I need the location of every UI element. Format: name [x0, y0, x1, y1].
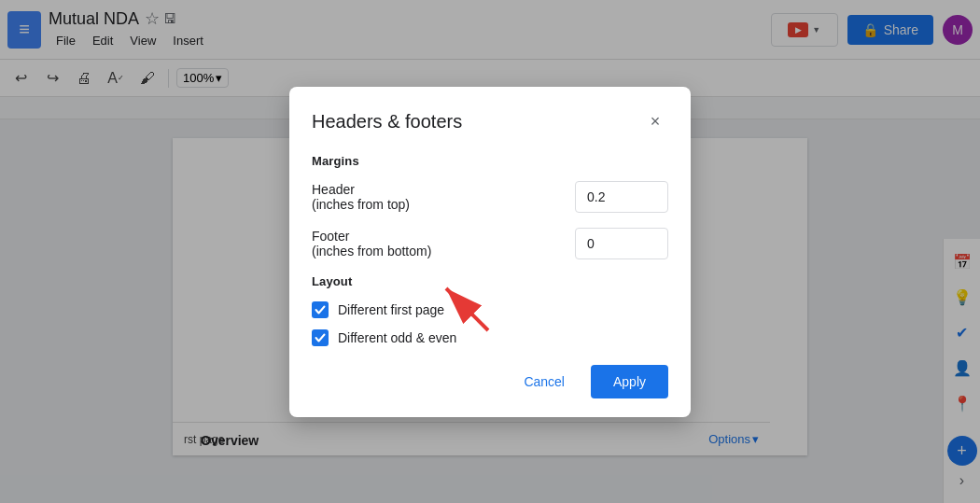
different-odd-even-label: Different odd & even: [338, 330, 456, 345]
different-first-page-label: Different first page: [338, 302, 444, 317]
header-margin-row: Header(inches from top): [312, 181, 668, 213]
modal-overlay: Headers & footers × Margins Header(inche…: [0, 0, 980, 503]
cancel-button[interactable]: Cancel: [505, 365, 583, 398]
modal-footer: Cancel Apply: [312, 365, 668, 398]
different-odd-even-row: Different odd & even: [312, 329, 668, 346]
modal-title: Headers & footers: [312, 111, 462, 133]
modal-close-button[interactable]: ×: [642, 109, 668, 135]
margins-section-label: Margins: [312, 154, 668, 168]
headers-footers-modal: Headers & footers × Margins Header(inche…: [289, 87, 691, 417]
different-first-page-row: Different first page: [312, 301, 668, 318]
layout-section: Layout Different first page Different od…: [312, 274, 668, 346]
header-margin-label: Header(inches from top): [312, 182, 410, 212]
different-odd-even-checkbox[interactable]: [312, 329, 329, 346]
footer-margin-row: Footer(inches from bottom): [312, 228, 668, 259]
footer-margin-label: Footer(inches from bottom): [312, 229, 431, 258]
checkmark-icon-2: [315, 332, 326, 343]
close-icon: ×: [651, 112, 661, 132]
different-first-page-checkbox[interactable]: [312, 301, 329, 318]
checkmark-icon: [315, 304, 326, 315]
header-margin-input[interactable]: [575, 181, 668, 213]
modal-header: Headers & footers ×: [312, 109, 668, 135]
apply-button[interactable]: Apply: [591, 365, 668, 398]
layout-section-label: Layout: [312, 274, 668, 288]
footer-margin-input[interactable]: [575, 228, 668, 259]
